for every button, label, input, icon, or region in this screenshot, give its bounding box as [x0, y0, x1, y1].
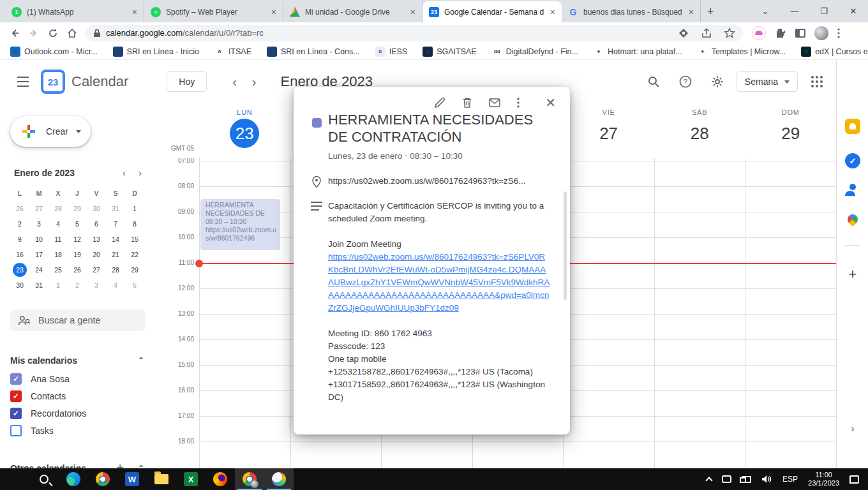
new-tab-button[interactable]: + [707, 5, 714, 19]
bookmark-item[interactable]: S SGAITSAE [423, 47, 477, 57]
taskbar-app-button[interactable] [29, 468, 59, 490]
preview-icon[interactable] [678, 27, 689, 39]
back-icon[interactable] [5, 24, 24, 42]
mini-calendar-day[interactable]: 3 [89, 278, 103, 292]
mini-calendar-day[interactable]: 30 [13, 278, 27, 292]
calendar-checkbox[interactable]: ✓ [10, 390, 22, 402]
mini-calendar-day[interactable]: 5 [128, 278, 142, 292]
mini-calendar-day[interactable]: 7 [108, 217, 123, 231]
taskbar-app-button[interactable] [88, 468, 117, 490]
tab-close-icon[interactable]: × [271, 8, 276, 17]
bookmark-item[interactable]: SRI SRI en Línea - Inicio [113, 47, 199, 57]
bookmark-star-icon[interactable] [724, 27, 735, 39]
mini-calendar-day[interactable]: 31 [108, 202, 123, 216]
mini-calendar-day[interactable]: 9 [13, 232, 27, 246]
mini-calendar-day[interactable]: 23 [13, 263, 27, 277]
event-location[interactable]: https://us02web.zoom.us/w/86017624963?tk… [328, 174, 551, 188]
mini-calendar-day[interactable]: 16 [13, 248, 27, 262]
mini-calendar-day[interactable]: 20 [89, 248, 103, 262]
tab-search-icon[interactable]: ⌄ [751, 6, 780, 16]
calendar-list-item[interactable]: ✓ Recordatorios [10, 408, 161, 419]
mini-calendar-day[interactable]: 14 [108, 232, 123, 246]
mini-next-icon[interactable]: › [132, 167, 148, 178]
mini-calendar-day[interactable]: 28 [51, 202, 65, 216]
mini-calendar-day[interactable]: 24 [32, 263, 46, 277]
browser-tab[interactable]: Mi unidad - Google Drive × [283, 1, 423, 22]
speaker-icon[interactable] [761, 475, 772, 484]
mini-calendar-day[interactable]: 18 [51, 248, 65, 262]
calendar-checkbox[interactable] [10, 425, 22, 436]
taskbar-app-button[interactable]: W [117, 468, 147, 490]
create-button[interactable]: Crear [10, 116, 91, 147]
browser-tab[interactable]: 23 Google Calendar - Semana d × [423, 1, 562, 22]
prev-week-icon[interactable]: ‹ [225, 75, 244, 89]
day-header[interactable]: LUN 23 [199, 103, 290, 158]
get-addons-icon[interactable]: + [845, 267, 860, 282]
edit-event-icon[interactable] [434, 97, 445, 108]
mini-calendar-day[interactable]: 11 [51, 232, 65, 246]
cloud-extension-icon[interactable] [752, 26, 766, 40]
restore-button[interactable]: ❐ [809, 6, 839, 16]
contacts-icon[interactable] [845, 182, 860, 198]
calendar-checkbox[interactable]: ✓ [10, 408, 22, 419]
maps-icon[interactable] [845, 212, 860, 227]
calendar-checkbox[interactable]: ✓ [10, 373, 22, 385]
more-options-icon[interactable] [517, 98, 520, 108]
browser-tab[interactable]: 1 (1) WhatsApp × [5, 1, 144, 22]
taskbar-app-button[interactable] [235, 468, 264, 490]
bookmark-item[interactable]: ● Templates | Microw... [698, 47, 786, 57]
bookmark-item[interactable]: dd DigitalDefynd - Fin... [492, 47, 578, 57]
extensions-puzzle-icon[interactable] [775, 27, 786, 39]
next-week-icon[interactable]: › [244, 75, 264, 89]
mini-calendar-day[interactable]: 12 [70, 232, 84, 246]
event-chip-herramienta[interactable]: HERRAMIENTA NECESIDADES DE 08:30 – 10:30… [200, 199, 280, 250]
hide-side-panel-icon[interactable]: › [845, 421, 860, 436]
day-number[interactable]: 28 [685, 119, 714, 148]
mini-calendar-day[interactable]: 6 [89, 217, 103, 231]
reload-icon[interactable] [43, 24, 63, 42]
day-header[interactable]: VIE 27 [563, 103, 654, 158]
taskbar-app-button[interactable] [206, 468, 235, 490]
mini-calendar-day[interactable]: 1 [51, 278, 65, 292]
view-selector[interactable]: Semana [737, 71, 798, 92]
delete-event-icon[interactable] [462, 97, 472, 108]
google-apps-grid-icon[interactable] [804, 69, 830, 94]
mini-calendar-day[interactable]: 22 [128, 248, 142, 262]
mini-calendar-day[interactable]: 25 [51, 263, 65, 277]
tasks-icon[interactable]: ✓ [845, 153, 860, 168]
browser-menu-icon[interactable] [837, 28, 840, 38]
home-icon[interactable] [63, 24, 82, 42]
bookmark-item[interactable]: ● Hotmart: una plataf... [594, 47, 682, 57]
taskbar-app-button[interactable] [264, 468, 294, 490]
bookmark-item[interactable]: O Outlook.com - Micr... [10, 47, 98, 57]
mini-calendar-day[interactable]: 19 [70, 248, 84, 262]
calendar-list-item[interactable]: Tasks [10, 425, 161, 436]
close-window-button[interactable]: ✕ [839, 6, 868, 16]
tab-close-icon[interactable]: × [410, 8, 415, 17]
keep-icon[interactable] [845, 119, 860, 134]
share-icon[interactable] [701, 27, 712, 39]
tab-close-icon[interactable]: × [132, 8, 137, 17]
add-calendar-icon[interactable]: + [116, 461, 124, 468]
calendar-list-item[interactable]: ✓ Ana Sosa [10, 373, 161, 385]
mini-calendar-day[interactable]: 27 [89, 263, 103, 277]
bookmark-item[interactable]: ii IESS [375, 47, 408, 57]
day-number[interactable]: 29 [776, 119, 805, 148]
people-search-box[interactable]: Buscar a gente [10, 309, 146, 331]
zoom-meeting-link[interactable]: https://us02web.zoom.us/w/86017624963?tk… [328, 252, 550, 313]
browser-profile-avatar[interactable] [814, 26, 828, 40]
address-bar[interactable]: calendar.google.com/calendar/u/0/r?tab=r… [86, 25, 743, 41]
close-popup-icon[interactable]: ✕ [545, 98, 556, 107]
mini-calendar-day[interactable]: 2 [13, 217, 27, 231]
mini-calendar-day[interactable]: 8 [128, 217, 142, 231]
taskbar-app-button[interactable] [0, 468, 29, 490]
day-header[interactable]: SÁB 28 [654, 103, 745, 158]
mini-calendar-day[interactable]: 28 [108, 263, 123, 277]
today-button[interactable]: Hoy [167, 71, 207, 92]
mini-calendar-day[interactable]: 1 [128, 202, 142, 216]
taskbar-app-button[interactable] [147, 468, 176, 490]
day-number[interactable]: 23 [230, 119, 259, 148]
mini-calendar-day[interactable]: 2 [70, 278, 84, 292]
mini-calendar-day[interactable]: 17 [32, 248, 46, 262]
main-menu-icon[interactable] [10, 69, 36, 94]
